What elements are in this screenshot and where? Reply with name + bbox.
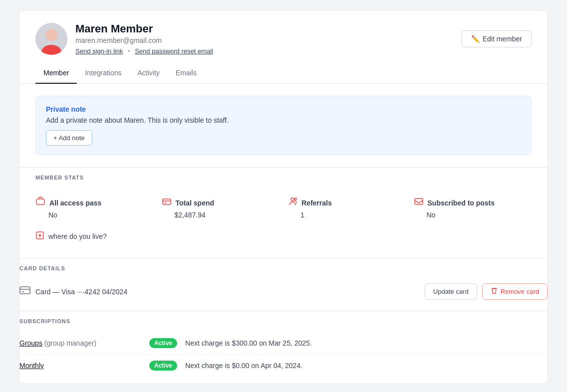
tab-activity[interactable]: Activity — [130, 63, 168, 84]
svg-point-6 — [294, 198, 296, 200]
tabs-bar: Member Integrations Activity Emails — [19, 63, 548, 84]
remove-card-label: Remove card — [501, 288, 539, 295]
subscription-groups-suffix: (group manager) — [44, 339, 96, 347]
card-info-row: Card — Visa ····4242 04/2024 Update card… — [19, 279, 548, 304]
all-access-icon — [35, 196, 45, 209]
svg-rect-3 — [36, 199, 44, 204]
subscription-monthly-status: Active — [149, 361, 177, 371]
member-card: Maren Member maren.member@gmail.com Send… — [19, 10, 548, 384]
credit-card-icon — [19, 286, 30, 297]
member-stats-section: MEMBER STATS All access pass No — [19, 167, 548, 246]
subscription-row-monthly: Monthly Active Next charge is $0.00 on A… — [19, 355, 548, 377]
total-spend-value: $2,487.94 — [162, 211, 280, 219]
subscription-groups-next-charge: Next charge is $300.00 on Mar 25, 2025. — [185, 339, 548, 347]
member-stats-label: MEMBER STATS — [35, 175, 532, 181]
add-note-button[interactable]: + Add note — [46, 130, 92, 146]
main-content: Private note Add a private note about Ma… — [19, 84, 548, 258]
referrals-icon — [287, 196, 297, 209]
total-spend-title: Total spend — [176, 199, 215, 207]
all-access-title: All access pass — [49, 199, 101, 207]
subscribed-posts-icon — [414, 196, 424, 209]
card-details-label: CARD DETAILS — [19, 265, 548, 271]
card-actions: Update card Remove card — [425, 283, 548, 300]
member-email: maren.member@gmail.com — [75, 36, 213, 44]
stat-subscribed-posts: Subscribed to posts No — [414, 196, 532, 219]
subscribed-posts-title: Subscribed to posts — [428, 199, 495, 207]
member-name: Maren Member — [75, 22, 213, 35]
tab-emails[interactable]: Emails — [168, 63, 205, 84]
header-left: Maren Member maren.member@gmail.com Send… — [35, 22, 213, 55]
tab-member[interactable]: Member — [35, 63, 77, 84]
custom-field-label: where do you live? — [48, 232, 107, 240]
private-note-title: Private note — [46, 105, 521, 113]
remove-card-button[interactable]: Remove card — [482, 283, 548, 300]
member-header: Maren Member maren.member@gmail.com Send… — [19, 10, 548, 55]
svg-rect-4 — [163, 199, 171, 204]
trash-icon — [491, 287, 498, 296]
header-links: Send sign-in link • Send password reset … — [75, 47, 213, 55]
referrals-title: Referrals — [301, 199, 332, 207]
subscribed-posts-value: No — [414, 211, 532, 219]
total-spend-icon — [162, 196, 172, 209]
stats-grid: All access pass No Tot — [35, 189, 532, 227]
referrals-value: 1 — [287, 211, 406, 219]
private-note-description: Add a private note about Maren. This is … — [46, 116, 521, 124]
dot-separator: • — [128, 47, 130, 55]
subscription-groups-status: Active — [149, 338, 177, 348]
private-note-box: Private note Add a private note about Ma… — [35, 96, 532, 155]
custom-field-icon — [35, 231, 44, 242]
svg-point-1 — [45, 29, 57, 41]
avatar — [35, 23, 67, 55]
all-access-value: No — [35, 211, 154, 219]
edit-icon: ✏️ — [471, 35, 480, 43]
card-details-section: CARD DETAILS Card — Visa ····4242 04/202… — [19, 258, 548, 311]
sign-in-link[interactable]: Send sign-in link — [75, 47, 123, 55]
card-info-text: Card — Visa ····4242 04/2024 — [35, 288, 127, 296]
subscription-monthly-next-charge: Next charge is $0.00 on Apr 04, 2024. — [185, 362, 548, 370]
subscriptions-label: SUBSCRIPTIONS — [19, 318, 548, 324]
header-info: Maren Member maren.member@gmail.com Send… — [75, 22, 213, 55]
edit-member-button[interactable]: ✏️ Edit member — [462, 30, 532, 47]
edit-button-label: Edit member — [483, 35, 522, 43]
stat-all-access-pass: All access pass No — [35, 196, 154, 219]
svg-rect-9 — [20, 287, 30, 294]
update-card-button[interactable]: Update card — [425, 283, 477, 300]
subscriptions-section: SUBSCRIPTIONS Groups (group manager) Act… — [19, 311, 548, 384]
svg-point-5 — [291, 198, 294, 201]
subscription-monthly-link[interactable]: Monthly — [19, 362, 44, 370]
subscription-groups-link[interactable]: Groups — [19, 339, 42, 347]
tab-integrations[interactable]: Integrations — [77, 63, 129, 84]
custom-field-where-do-you-live: where do you live? — [35, 227, 532, 246]
stat-total-spend: Total spend $2,487.94 — [162, 196, 280, 219]
password-reset-link[interactable]: Send password reset email — [135, 47, 213, 55]
subscription-row-groups: Groups (group manager) Active Next charg… — [19, 332, 548, 355]
stat-referrals: Referrals 1 — [287, 196, 406, 219]
